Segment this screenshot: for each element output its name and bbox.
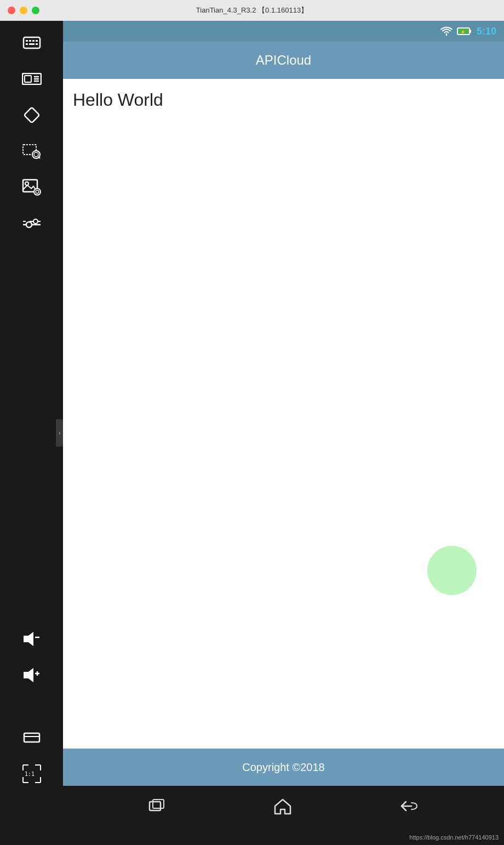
media-icon[interactable] bbox=[15, 171, 48, 204]
green-circle bbox=[427, 546, 477, 595]
volume-down-button[interactable] bbox=[15, 623, 48, 655]
close-button[interactable] bbox=[8, 7, 15, 14]
sidebar: ‹ bbox=[0, 21, 63, 845]
settings-icon[interactable] bbox=[15, 207, 48, 240]
switch-icon[interactable] bbox=[15, 62, 48, 95]
svg-rect-1 bbox=[26, 40, 28, 42]
window-controls bbox=[8, 7, 39, 14]
recent-apps-button[interactable] bbox=[148, 798, 168, 818]
app-title: APICloud bbox=[256, 53, 311, 68]
back-button[interactable] bbox=[397, 798, 419, 818]
minimize-button[interactable] bbox=[20, 7, 27, 14]
home-button[interactable] bbox=[273, 797, 293, 819]
android-nav-bar bbox=[63, 786, 504, 830]
svg-marker-30 bbox=[24, 669, 33, 681]
device-area: ⚡ 5:10 APICloud Hello World Copyright ©2… bbox=[63, 21, 504, 845]
menu-bar-icon[interactable] bbox=[15, 721, 48, 754]
status-bar: ⚡ 5:10 bbox=[63, 21, 504, 42]
svg-rect-2 bbox=[29, 40, 31, 42]
svg-point-20 bbox=[34, 189, 41, 195]
status-time: 5:10 bbox=[477, 26, 496, 37]
svg-point-19 bbox=[25, 182, 28, 185]
svg-rect-0 bbox=[24, 37, 40, 48]
rotate-icon[interactable] bbox=[15, 99, 48, 132]
svg-rect-49 bbox=[153, 800, 164, 808]
url-text: https://blog.csdn.net/h774140913 bbox=[409, 834, 499, 841]
svg-point-21 bbox=[26, 222, 32, 227]
copyright-text: Copyright ©2018 bbox=[242, 761, 324, 774]
sidebar-bottom-controls bbox=[15, 623, 48, 692]
maximize-button[interactable] bbox=[32, 7, 39, 14]
wifi-icon bbox=[440, 26, 453, 36]
hello-world-text: Hello World bbox=[73, 90, 163, 110]
status-icons: ⚡ 5:10 bbox=[440, 26, 496, 37]
svg-text:⚡: ⚡ bbox=[460, 29, 466, 35]
svg-text:1:1: 1:1 bbox=[25, 771, 35, 777]
resize-icon[interactable]: 1:1 bbox=[15, 757, 48, 790]
battery-icon: ⚡ bbox=[457, 26, 472, 36]
app-footer: Copyright ©2018 bbox=[63, 749, 504, 786]
svg-marker-28 bbox=[24, 633, 33, 645]
app-content: Hello World bbox=[63, 79, 504, 749]
volume-up-button[interactable] bbox=[15, 659, 48, 692]
svg-rect-4 bbox=[36, 40, 38, 42]
app-header: APICloud bbox=[63, 42, 504, 79]
screenshot-icon[interactable] bbox=[15, 135, 48, 168]
svg-rect-5 bbox=[26, 43, 28, 45]
url-bar: https://blog.csdn.net/h774140913 bbox=[63, 830, 504, 845]
title-bar: TianTian_4.3_R3.2 【0.1.160113】 bbox=[0, 0, 504, 21]
svg-rect-33 bbox=[24, 733, 39, 742]
svg-point-22 bbox=[33, 219, 38, 224]
phone-screen: ⚡ 5:10 APICloud Hello World Copyright ©2… bbox=[63, 21, 504, 786]
svg-rect-3 bbox=[32, 40, 35, 42]
svg-rect-9 bbox=[25, 76, 31, 82]
keyboard-icon[interactable] bbox=[15, 26, 48, 59]
svg-rect-48 bbox=[150, 802, 161, 810]
svg-rect-13 bbox=[24, 107, 39, 123]
svg-rect-7 bbox=[36, 43, 38, 45]
svg-rect-46 bbox=[469, 30, 471, 33]
collapse-handle[interactable]: ‹ bbox=[56, 419, 64, 447]
main-layout: ‹ bbox=[0, 21, 504, 845]
svg-rect-6 bbox=[29, 43, 35, 45]
window-title: TianTian_4.3_R3.2 【0.1.160113】 bbox=[196, 5, 308, 15]
sidebar-bottom2-controls: 1:1 bbox=[15, 721, 48, 790]
